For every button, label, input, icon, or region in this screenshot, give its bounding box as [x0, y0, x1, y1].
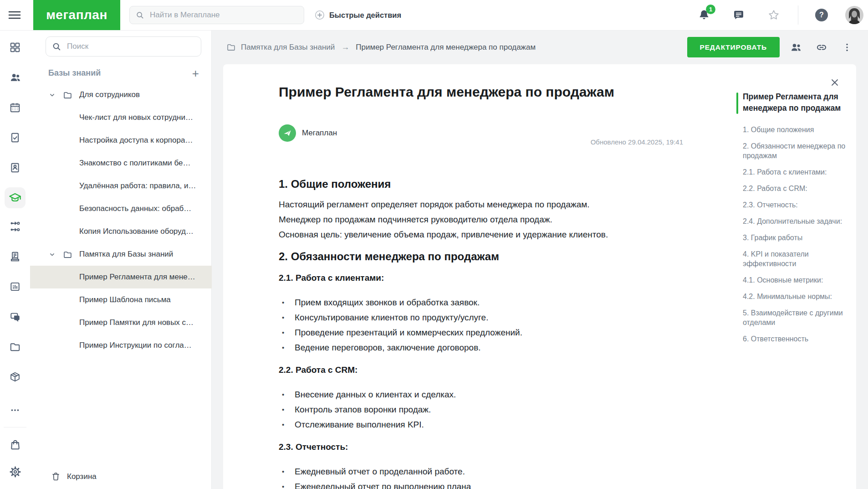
sidebar-tree-item[interactable]: Знакомство с политиками бе… [30, 152, 212, 175]
hamburger-menu-icon[interactable] [7, 8, 22, 22]
share-access-icon[interactable] [787, 38, 805, 57]
content-block: Внесение данных о клиентах и сделках. [279, 387, 684, 402]
sidebar-tree-item[interactable]: Памятка для Базы знаний [30, 243, 212, 266]
toc-item[interactable]: 5. Взаимодействие с другими отделами [743, 308, 851, 327]
top-bar: мегаплан Быстрые действия 1 ? [0, 0, 868, 31]
toc-title[interactable]: Пример Регламента для менеджера по прода… [743, 91, 848, 114]
toc-item[interactable]: 2.1. Работа с клиентами: [743, 167, 851, 177]
content-block: 2.3. Отчетность: [279, 441, 684, 453]
reports-icon[interactable] [6, 278, 24, 296]
tree-item-label: Копия Использование оборуд… [79, 227, 194, 236]
content-text: Менеджер по продажам подчиняется руковод… [279, 212, 684, 227]
toc-item[interactable]: 2.2. Работа с CRM: [743, 184, 851, 193]
content-text: 1. Общие положения [279, 178, 684, 190]
knowledge-base-icon[interactable] [5, 187, 26, 208]
question-mark-icon: ? [815, 9, 828, 21]
sidebar-search-input[interactable] [66, 41, 195, 51]
sidebar-tree-item[interactable]: Копия Использование оборуд… [30, 220, 212, 243]
messages-icon[interactable] [730, 7, 747, 23]
section-title: Базы знаний [48, 68, 101, 78]
more-icon[interactable] [6, 401, 24, 419]
sidebar-tree-item[interactable]: Безопасность данных: обраб… [30, 197, 212, 220]
store-bag-icon[interactable] [6, 435, 24, 453]
products-box-icon[interactable] [6, 368, 24, 386]
author-name[interactable]: Мегаплан [302, 129, 337, 138]
sidebar-tree-item[interactable]: Для сотрудников [30, 83, 212, 106]
favorites-star-icon[interactable] [766, 7, 782, 23]
quick-actions-button[interactable]: Быстрые действия [314, 8, 401, 22]
notifications-bell-icon[interactable]: 1 [696, 7, 712, 23]
toc-item[interactable]: 2.4. Дополнительные задачи: [743, 216, 851, 226]
content-text: 2.2. Работа с CRM: [279, 364, 684, 376]
content-block: Прием входящих звонков и обработка заяво… [279, 295, 684, 310]
content-text: Еженедельный отчет по выполнению плана [295, 479, 684, 489]
breadcrumb-parent[interactable]: Памятка для Базы знаний [241, 43, 335, 52]
content-block: Основная цель: увеличение объема продаж,… [279, 227, 684, 242]
toc-item[interactable]: 3. График работы [743, 233, 851, 242]
sidebar-tree-item[interactable]: Пример Шаблона письма [30, 288, 212, 311]
toc-item[interactable]: 1. Общие положения [743, 125, 851, 134]
contacts-badge-icon[interactable] [6, 159, 24, 177]
toc-item[interactable]: 2. Обязанности менеджера по продажам [743, 141, 851, 160]
sidebar-tree-item[interactable]: Удалённая работа: правила, и… [30, 175, 212, 197]
breadcrumb-current: Пример Регламента для менеджера по прода… [356, 43, 536, 52]
calendar-icon[interactable] [6, 98, 24, 117]
toc-close-icon[interactable] [830, 77, 840, 88]
user-avatar[interactable] [845, 6, 863, 24]
sidebar-tree-item[interactable]: Чек-лист для новых сотрудни… [30, 106, 212, 129]
tree-item-label: Безопасность данных: обраб… [79, 204, 191, 213]
messenger-icon[interactable] [6, 308, 24, 326]
toc-items: 1. Общие положения2. Обязанности менедже… [743, 125, 851, 344]
main-area: Памятка для Базы знаний → Пример Регламе… [212, 30, 868, 489]
chevron-down-icon[interactable] [49, 92, 63, 98]
content-text: Прием входящих звонков и обработка заяво… [295, 295, 684, 310]
knowledge-sidebar: Базы знаний + Для сотрудников Чек-лист д… [30, 30, 212, 489]
help-button[interactable]: ? [813, 7, 830, 23]
toc-item[interactable]: 4.1. Основные метрики: [743, 275, 851, 285]
sidebar-tree-item[interactable]: Пример Памятки для новых с… [30, 311, 212, 334]
documents-folder-icon[interactable] [6, 338, 24, 356]
settings-gear-icon[interactable] [6, 463, 24, 481]
global-search[interactable] [129, 6, 304, 24]
toc-item[interactable]: 6. Ответственность [743, 334, 851, 344]
tree-item-label: Знакомство с политиками бе… [79, 159, 191, 168]
content-block: 2. Обязанности менеджера по продажам [279, 250, 684, 263]
global-search-input[interactable] [149, 10, 298, 20]
chevron-down-icon[interactable] [49, 252, 63, 257]
sidebar-tree-item[interactable]: Пример Регламента для мене… [30, 266, 212, 288]
tree-item-label: Пример Регламента для мене… [79, 273, 195, 282]
dashboard-grid-icon[interactable] [6, 38, 24, 57]
tree-item-label: Пример Шаблона письма [79, 295, 171, 304]
toc-item[interactable]: 4.2. Минимальные нормы: [743, 292, 851, 301]
content-block: Менеджер по продажам подчиняется руковод… [279, 212, 684, 227]
content-block: Проведение презентаций и коммерческих пр… [279, 325, 684, 340]
content-text: Консультирование клиентов по продукту/ус… [295, 310, 684, 325]
sidebar-tree-item[interactable]: Настройка доступа к корпора… [30, 129, 212, 152]
kebab-menu-icon[interactable] [838, 38, 856, 57]
table-of-contents: Пример Регламента для менеджера по прода… [736, 91, 851, 350]
edit-button[interactable]: РЕДАКТИРОВАТЬ [687, 37, 780, 57]
add-base-button[interactable]: + [190, 69, 201, 78]
sidebar-tree-item[interactable]: Пример Инструкции по согла… [30, 334, 212, 357]
toc-item[interactable]: 2.3. Отчетность: [743, 200, 851, 210]
topbar-divider [798, 5, 798, 25]
logo-text: мегаплан [46, 8, 107, 22]
tasks-icon[interactable] [6, 129, 24, 147]
copy-link-icon[interactable] [812, 38, 831, 57]
invoices-icon[interactable] [6, 247, 24, 266]
employees-icon[interactable] [6, 68, 24, 87]
tree-item-label: Чек-лист для новых сотрудни… [79, 113, 193, 122]
megaplan-logo[interactable]: мегаплан [33, 0, 120, 30]
tree-item-label: Памятка для Базы знаний [79, 250, 173, 259]
content-text: Отслеживание выполнения KPI. [295, 417, 684, 432]
tree-item-label: Пример Памятки для новых с… [79, 318, 194, 327]
folder-icon [63, 90, 79, 100]
trash-button[interactable]: Корзина [51, 472, 97, 481]
toc-item[interactable]: 4. KPI и показатели эффективности [743, 249, 851, 268]
content-text: Ежедневный отчет о проделанной работе. [295, 464, 684, 479]
breadcrumb-bar: Памятка для Базы знаний → Пример Регламе… [212, 30, 868, 64]
sidebar-search[interactable] [46, 36, 201, 57]
breadcrumb: Памятка для Базы знаний → Пример Регламе… [226, 42, 687, 52]
business-process-icon[interactable] [6, 217, 24, 236]
tree-item-label: Для сотрудников [79, 90, 140, 99]
